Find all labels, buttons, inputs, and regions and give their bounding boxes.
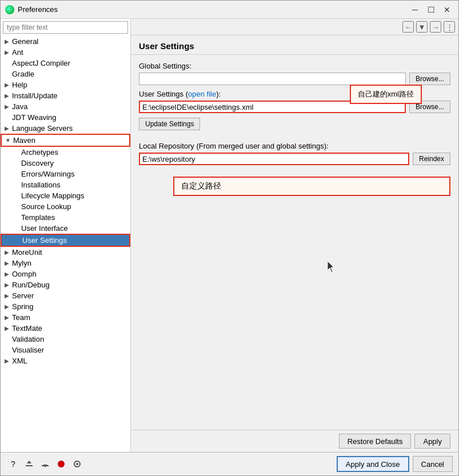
annotation-custom-path-wrapper: 自定义路径	[173, 177, 450, 196]
sidebar-item-source-lookup[interactable]: Source Lookup	[1, 201, 130, 212]
settings-icon-button[interactable]	[70, 457, 84, 471]
sidebar-item-textmate[interactable]: TextMate	[1, 323, 130, 334]
arrow-icon	[3, 314, 11, 322]
arrow-icon	[3, 81, 11, 89]
sidebar-item-validation[interactable]: Validation	[1, 334, 130, 345]
sidebar-item-jdt-weaving[interactable]: JDT Weaving	[1, 112, 130, 123]
arrow-icon	[3, 292, 11, 300]
sidebar-item-server[interactable]: Server	[1, 290, 130, 301]
sidebar-item-ant[interactable]: Ant	[1, 47, 130, 58]
sidebar-item-label: Install/Update	[12, 91, 58, 100]
sidebar-item-oomph[interactable]: Oomph	[1, 269, 130, 279]
cancel-button[interactable]: Cancel	[413, 456, 453, 472]
sidebar-item-mylyn[interactable]: Mylyn	[1, 258, 130, 269]
arrow-icon	[3, 103, 11, 111]
global-browse-button[interactable]: Browse...	[409, 73, 450, 85]
panel-menu-button[interactable]: ⋮	[444, 21, 455, 33]
sidebar-item-label: JDT Weaving	[12, 113, 57, 122]
local-repo-label: Local Repository (From merged user and g…	[139, 142, 450, 150]
sidebar-item-label: Oomph	[12, 270, 37, 278]
sidebar-item-lifecycle-mappings[interactable]: Lifecycle Mappings	[1, 190, 130, 201]
sidebar-item-label: Java	[12, 102, 27, 111]
sidebar-item-language-servers[interactable]: Language Servers	[1, 123, 130, 134]
sidebar-item-aspectj[interactable]: AspectJ Compiler	[1, 58, 130, 69]
sidebar-item-user-settings[interactable]: User Settings	[1, 234, 130, 247]
reindex-button[interactable]: Reindex	[413, 153, 450, 165]
svg-point-7	[76, 463, 78, 465]
sidebar-item-label: Lifecycle Mappings	[21, 191, 85, 200]
open-file-link[interactable]: open file	[188, 90, 216, 98]
help-icon-button[interactable]: ?	[6, 457, 20, 471]
svg-rect-1	[26, 465, 33, 466]
sidebar-item-label: Language Servers	[12, 124, 73, 133]
sidebar-item-run-debug[interactable]: Run/Debug	[1, 279, 130, 290]
sidebar-item-help[interactable]: Help	[1, 79, 130, 90]
sidebar-item-label: Visualiser	[12, 346, 44, 354]
app-icon	[5, 5, 14, 14]
export-icon-button[interactable]	[38, 457, 52, 471]
sidebar-item-label: MoreUnit	[12, 248, 42, 257]
arrow-icon	[3, 249, 11, 257]
import-icon-button[interactable]	[22, 457, 36, 471]
arrow-icon	[3, 281, 11, 289]
sidebar-item-gradle[interactable]: Gradle	[1, 69, 130, 79]
sidebar-item-general[interactable]: General	[1, 36, 130, 47]
sidebar-item-archetypes[interactable]: Archetypes	[1, 147, 130, 158]
arrow-icon	[4, 137, 12, 145]
sidebar-item-visualiser[interactable]: Visualiser	[1, 345, 130, 355]
maximize-button[interactable]: ☐	[424, 4, 438, 15]
sidebar-item-label: Ant	[12, 48, 23, 57]
sidebar-item-errors-warnings[interactable]: Errors/Warnings	[1, 169, 130, 179]
sidebar-item-label: Archetypes	[21, 148, 58, 157]
minimize-button[interactable]: ─	[408, 4, 422, 15]
sidebar-item-label: Maven	[13, 136, 35, 145]
back-button[interactable]: ←	[402, 21, 414, 33]
global-settings-input[interactable]	[139, 73, 406, 85]
sidebar-item-label: General	[12, 37, 38, 46]
sidebar-item-xml[interactable]: XML	[1, 355, 130, 366]
sidebar-item-spring[interactable]: Spring	[1, 301, 130, 312]
apply-close-button[interactable]: Apply and Close	[337, 456, 409, 472]
close-button[interactable]: ✕	[440, 4, 454, 15]
arrow-icon	[3, 325, 11, 333]
sidebar-item-label: TextMate	[12, 324, 42, 333]
tree-area: General Ant AspectJ Compiler Gradle	[1, 36, 130, 452]
bottom-actions: Apply and Close Cancel	[337, 456, 453, 472]
sidebar-item-label: User Settings	[22, 236, 67, 245]
local-repo-input[interactable]	[139, 153, 409, 165]
bottom-icons: ?	[6, 457, 333, 471]
restore-defaults-button[interactable]: Restore Defaults	[339, 434, 412, 449]
sidebar-item-install-update[interactable]: Install/Update	[1, 90, 130, 101]
right-panel: ← ▼ → ⋮ User Settings Global Settings: B…	[131, 19, 458, 452]
sidebar-item-installations[interactable]: Installations	[1, 179, 130, 190]
annotation-custom-path: 自定义路径	[173, 177, 450, 196]
sidebar-item-label: Source Lookup	[21, 202, 71, 211]
sidebar-item-label: Discovery	[21, 159, 54, 167]
sidebar: General Ant AspectJ Compiler Gradle	[1, 19, 131, 452]
update-settings-row: Update Settings	[139, 118, 450, 136]
panel-title: User Settings	[131, 35, 458, 55]
forward-button[interactable]: →	[430, 21, 441, 33]
sidebar-item-label: Installations	[21, 181, 61, 189]
local-repo-section: Local Repository (From merged user and g…	[139, 142, 450, 165]
user-settings-row: Browse... 自己建的xml路径	[139, 101, 450, 113]
sidebar-item-maven[interactable]: Maven	[1, 134, 130, 147]
filter-input[interactable]	[3, 21, 128, 34]
svg-point-5	[58, 461, 65, 467]
sidebar-item-discovery[interactable]: Discovery	[1, 158, 130, 169]
header-icons: ← ▼ → ⋮	[402, 21, 455, 33]
update-settings-button[interactable]: Update Settings	[139, 118, 200, 130]
arrow-icon	[3, 38, 11, 46]
sidebar-item-team[interactable]: Team	[1, 312, 130, 323]
apply-button[interactable]: Apply	[414, 434, 450, 449]
arrow-icon	[3, 357, 11, 365]
sidebar-item-templates[interactable]: Templates	[1, 212, 130, 223]
record-icon-button[interactable]	[54, 457, 68, 471]
sidebar-item-label: Validation	[12, 335, 44, 343]
sidebar-item-java[interactable]: Java	[1, 101, 130, 112]
main-content: General Ant AspectJ Compiler Gradle	[1, 19, 458, 452]
sidebar-item-moreunit[interactable]: MoreUnit	[1, 247, 130, 258]
sidebar-item-user-interface[interactable]: User Interface	[1, 223, 130, 234]
forward-dropdown-button[interactable]: ▼	[416, 21, 428, 33]
arrow-icon	[3, 92, 11, 100]
